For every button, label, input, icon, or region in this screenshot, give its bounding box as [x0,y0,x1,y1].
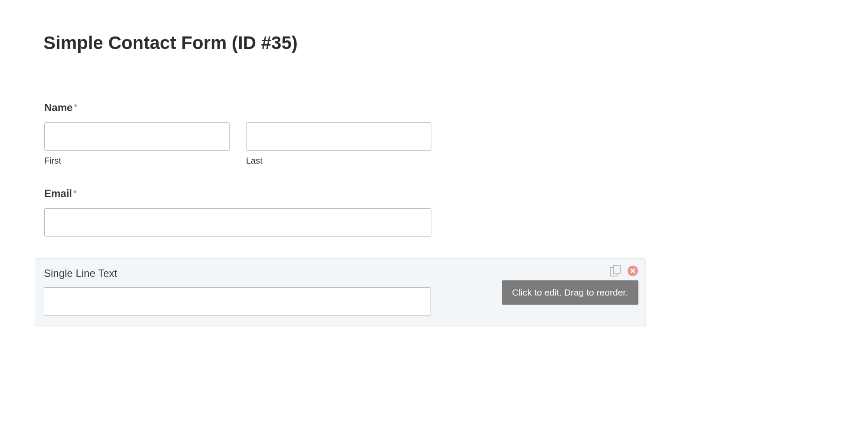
name-field-group[interactable]: Name* First Last [43,102,825,166]
divider [43,71,825,71]
page-title: Simple Contact Form (ID #35) [43,33,825,53]
email-label-text: Email [44,187,72,199]
required-asterisk: * [73,187,77,199]
svg-rect-1 [613,265,620,274]
last-name-sublabel: Last [246,156,431,166]
single-line-text-label: Single Line Text [44,267,637,279]
email-label: Email* [44,187,825,200]
delete-icon[interactable] [627,265,638,276]
field-tooltip: Click to edit. Drag to reorder. [502,280,638,305]
required-asterisk: * [73,102,77,113]
email-input[interactable] [44,208,431,237]
single-line-text-input[interactable] [44,287,431,316]
first-name-sublabel: First [44,156,230,166]
name-label: Name* [44,102,825,114]
name-label-text: Name [44,102,72,113]
email-field-group[interactable]: Email* [43,187,825,237]
duplicate-icon[interactable] [610,265,621,277]
last-name-input[interactable] [246,122,431,151]
single-line-text-field-group[interactable]: Single Line Text Click to edit. Drag to … [35,258,646,327]
first-name-input[interactable] [44,122,230,151]
